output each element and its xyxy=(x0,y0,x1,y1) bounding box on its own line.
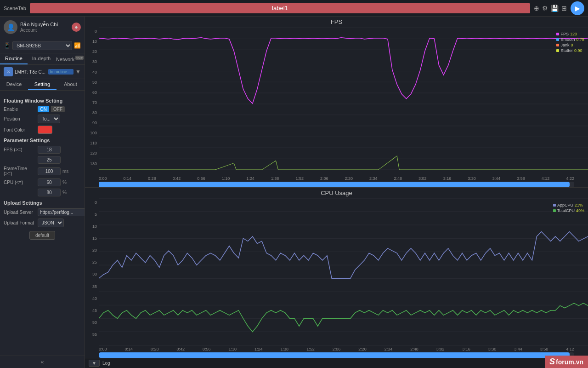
tab-about[interactable]: About xyxy=(57,79,85,90)
smooth-dot xyxy=(556,38,559,41)
tab-indepth[interactable]: In-depth xyxy=(28,53,55,64)
device-select[interactable]: SM-S926B xyxy=(12,41,72,50)
font-color-swatch[interactable] xyxy=(38,126,52,134)
totalcpu-current-value: 49% xyxy=(576,208,584,213)
cpu-chart-wrapper: 5550454035302520151050 xyxy=(85,198,588,346)
jank-current-value: 0 xyxy=(571,43,573,47)
label1-bar[interactable]: label1 xyxy=(30,3,530,13)
bottom-bar: ▼ Log S forum.vn xyxy=(85,358,588,368)
fps-input1[interactable] xyxy=(38,146,61,154)
game-name: LMHT: Tốc C... xyxy=(15,69,46,75)
toggle-off[interactable]: OFF xyxy=(51,106,65,112)
tab-device[interactable]: Device xyxy=(0,79,28,90)
jank-dot xyxy=(556,44,559,46)
cpu-input2[interactable] xyxy=(38,189,61,196)
grid-icon[interactable]: ⊞ xyxy=(561,5,567,12)
scene-tab-label: SceneTab xyxy=(4,6,26,11)
smooth-legend-label: Smooth xyxy=(560,37,575,42)
phone-icon: 📱 xyxy=(4,42,11,49)
jank-legend-label: Jank xyxy=(560,43,569,47)
save-icon[interactable]: 💾 xyxy=(551,5,559,12)
fps-legend-jank: Jank 0 xyxy=(556,43,584,47)
frametime-row: FrameTime (>=) ms xyxy=(4,166,81,176)
charts-area: FPS 1301201101009080706050403020100 xyxy=(85,17,588,368)
toggle-on[interactable]: ON xyxy=(38,106,49,112)
tab-setting[interactable]: Setting xyxy=(28,79,56,90)
upload-format-select[interactable]: JSON xyxy=(38,218,64,227)
cpu-input1[interactable] xyxy=(38,178,61,186)
fps-chart-title: FPS xyxy=(85,17,588,27)
appcpu-current-value: 21% xyxy=(575,203,583,207)
cpu-chart-section: CPU Usage 5550454035302520151050 xyxy=(85,188,588,358)
cpu-scrollbar-inner xyxy=(99,352,570,358)
fps-scrollbar[interactable] xyxy=(99,182,574,187)
fps-scrollbar-inner xyxy=(99,182,570,187)
cpu-label: CPU (<=) xyxy=(4,180,36,185)
sidebar: 👤 Bảo Nguyễn Chí Account ● 📱 SM-S926B 📶 … xyxy=(0,17,85,368)
tab-network[interactable]: Networktrue xyxy=(55,53,85,64)
position-select[interactable]: To... xyxy=(38,115,60,123)
cpu-unit2: % xyxy=(62,190,67,195)
wifi-icon: 📶 xyxy=(74,42,81,49)
fps-chart-section: FPS 1301201101009080706050403020100 xyxy=(85,17,588,188)
collapse-button[interactable]: « xyxy=(0,356,85,368)
user-info: Bảo Nguyễn Chí Account xyxy=(20,22,69,33)
chevron-down-icon[interactable]: ▼ xyxy=(75,69,81,75)
sforum-s: S xyxy=(549,357,555,367)
cpu-x-axis: 0:000:140:280:420:561:101:241:381:522:06… xyxy=(85,346,588,352)
tab-routine[interactable]: Routine xyxy=(0,53,28,64)
fps-chart-wrapper: 1301201101009080706050403020100 xyxy=(85,27,588,175)
user-account: Account xyxy=(20,28,69,33)
settings-content: Floating Window Setting Enable ON OFF Po… xyxy=(0,91,85,356)
play-button[interactable]: ▶ xyxy=(571,1,584,15)
game-badge: In routine ... xyxy=(48,69,74,75)
default-button[interactable]: default xyxy=(29,231,55,240)
appcpu-legend-label: AppCPU xyxy=(557,203,573,207)
device-row: 📱 SM-S926B 📶 xyxy=(0,38,85,53)
fps-current-value: 120 xyxy=(570,32,577,36)
stutter-current-value: 0.90 xyxy=(574,48,582,53)
sforum-badge: S forum.vn xyxy=(545,356,588,368)
totalcpu-legend-label: TotalCPU xyxy=(557,208,575,213)
fps-y-axis: 1301201101009080706050403020100 xyxy=(85,27,99,175)
cpu-legend-total: TotalCPU 49% xyxy=(553,208,584,213)
position-row: Position To... xyxy=(4,115,81,123)
fps-label: FPS (>=) xyxy=(4,147,36,152)
stutter-dot xyxy=(556,49,559,52)
fps-input2[interactable] xyxy=(38,156,61,164)
upload-settings-title: Upload Settings xyxy=(4,200,81,206)
upload-server-input[interactable] xyxy=(38,208,85,216)
stutter-legend-label: Stutter xyxy=(560,48,573,53)
fps-legend-stutter: Stutter 0.90 xyxy=(556,48,584,53)
fps-svg xyxy=(99,27,588,175)
cpu-scrollbar[interactable] xyxy=(99,352,574,358)
font-color-row: Font Color xyxy=(4,126,81,134)
cpu-chart-title: CPU Usage xyxy=(85,188,588,198)
upload-format-label: Upload Format xyxy=(4,220,36,225)
appcpu-dot xyxy=(553,204,556,207)
settings-icon[interactable]: ⚙ xyxy=(542,5,548,12)
smooth-current-value: 0.78 xyxy=(576,37,584,42)
cpu-row2: % xyxy=(4,189,81,196)
enable-label: Enable xyxy=(4,107,36,112)
user-row: 👤 Bảo Nguyễn Chí Account ● xyxy=(0,17,85,38)
floating-window-title: Floating Window Setting xyxy=(4,98,81,104)
cpu-legend-app: AppCPU 21% xyxy=(553,203,584,207)
cpu-canvas: AppCPU 21% TotalCPU 49% xyxy=(99,198,588,346)
enable-row: Enable ON OFF xyxy=(4,106,81,112)
top-bar: SceneTab label1 ⊕ ⚙ 💾 ⊞ ▶ xyxy=(0,0,588,17)
top-icons: ⊕ ⚙ 💾 ⊞ xyxy=(534,5,567,12)
fps-canvas: FPS 120 Smooth 0.78 Jank 0 xyxy=(99,27,588,175)
log-button[interactable]: ▼ xyxy=(89,360,100,367)
main-layout: 👤 Bảo Nguyễn Chí Account ● 📱 SM-S926B 📶 … xyxy=(0,17,588,368)
location-icon[interactable]: ⊕ xyxy=(534,5,539,12)
settings-tabs: Device Setting About xyxy=(0,79,85,91)
cpu-row: CPU (<=) % xyxy=(4,178,81,186)
cpu-unit: % xyxy=(62,180,67,185)
user-name: Bảo Nguyễn Chí xyxy=(20,22,69,28)
record-button[interactable]: ● xyxy=(72,23,81,32)
fps-legend: FPS 120 Smooth 0.78 Jank 0 xyxy=(556,32,584,53)
font-color-label: Font Color xyxy=(4,127,36,132)
frametime-input[interactable] xyxy=(38,167,61,175)
position-label: Position xyxy=(4,116,36,121)
